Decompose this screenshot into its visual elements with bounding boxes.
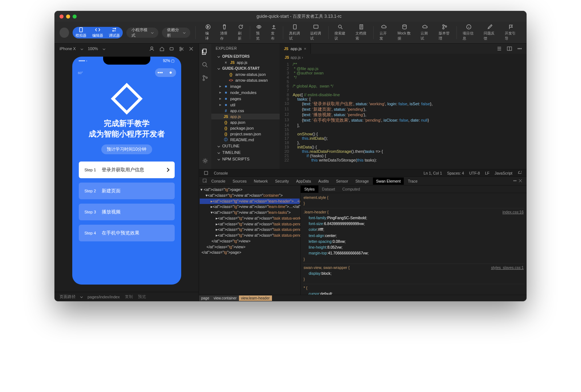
css-rule[interactable]: styles_slaves.css:1swan-view, swan-wrapp… xyxy=(303,264,524,284)
folder-item[interactable]: ▸■pages xyxy=(211,95,280,102)
indent[interactable]: Spaces: 4 xyxy=(447,171,464,175)
dom-node[interactable]: ▸<at">class="tg">view at">class="task st… xyxy=(200,233,300,238)
files-icon[interactable] xyxy=(202,49,208,55)
home-icon[interactable] xyxy=(159,46,164,51)
code-line[interactable]: 6/* global App, swan */ xyxy=(280,84,527,88)
source-link[interactable]: styles_slaves.css:1 xyxy=(491,265,524,270)
source-link[interactable]: index.css:16 xyxy=(503,209,524,215)
user-icon[interactable] xyxy=(150,46,154,51)
copy-link[interactable]: 复制 xyxy=(125,294,133,299)
project-root[interactable]: GUIDE-QUICK-START xyxy=(211,65,280,72)
code-line[interactable]: 4 */ xyxy=(280,75,527,79)
dom-node[interactable]: ▾<at">class="tg">view at">class="learn-t… xyxy=(200,210,300,216)
version-button[interactable]: 版本管理 xyxy=(434,24,455,41)
outline-section[interactable]: OUTLINE xyxy=(211,143,280,149)
gear-icon[interactable] xyxy=(202,158,208,164)
breadcrumb-item[interactable]: view.learn-header xyxy=(239,295,272,301)
dom-node[interactable]: </at">class="tg">view> xyxy=(200,238,300,244)
dataset-tab[interactable]: Dataset xyxy=(318,185,339,193)
dom-node[interactable]: ▸<at">class="tg">view at">class="learn-t… xyxy=(200,204,300,210)
panel-icon[interactable] xyxy=(204,171,208,175)
remote-debug-button[interactable]: 远程调试 xyxy=(306,24,327,41)
code-line[interactable]: 18 }, xyxy=(280,140,527,145)
computed-tab[interactable]: Computed xyxy=(339,185,363,193)
list-icon[interactable] xyxy=(497,46,502,51)
close-dot-icon[interactable] xyxy=(60,15,64,19)
timeline-section[interactable]: TIMELINE xyxy=(211,149,280,156)
devtools-tab[interactable]: AppData xyxy=(293,177,314,185)
dom-tree[interactable]: ▾ <at">class="tg">page> ▾<at">class="tg"… xyxy=(199,185,301,295)
zoom-dot-icon[interactable] xyxy=(73,15,77,19)
code-line[interactable]: 20 this.readDataFromStorage().then(tasks… xyxy=(280,149,527,154)
eol[interactable]: LF xyxy=(485,171,489,175)
code-line[interactable]: 12 {text: '播放视频', status: 'pending'}, xyxy=(280,112,527,118)
code-line[interactable]: 7 xyxy=(280,88,527,93)
console-link[interactable]: Console xyxy=(214,171,228,175)
feedback-button[interactable]: 问题反馈 xyxy=(479,24,500,41)
file-item[interactable]: {}package.json xyxy=(211,125,280,131)
task-item[interactable]: Step 2新建页面 xyxy=(79,183,175,199)
code-line[interactable]: 22 this writeDataToStorage(this tasks): xyxy=(280,158,527,162)
project-info-button[interactable]: 项目信息 xyxy=(458,24,479,41)
cloud-dev-button[interactable]: 云开发 xyxy=(375,24,393,41)
dom-node[interactable]: ▾ <at">class="tg">page> xyxy=(200,187,300,193)
file-item[interactable]: ⓘREADME.md xyxy=(211,137,280,143)
dom-node[interactable]: ▾<at">class="tg">view at">class="contain… xyxy=(200,193,300,199)
folder-item[interactable]: ▸■node_modules xyxy=(211,89,280,95)
language-mode[interactable]: JavaScript xyxy=(495,171,512,175)
styles-panel[interactable]: element.style {}index.css:16.learn-heade… xyxy=(301,193,527,295)
more-icon[interactable] xyxy=(517,46,522,51)
close-icon[interactable]: × xyxy=(304,46,306,51)
file-item[interactable]: {}arrow-status.json xyxy=(211,72,280,77)
code-line[interactable]: 10 {text: '登录并获取用户信息', status: 'working'… xyxy=(280,101,527,107)
compile-button[interactable]: 编译 xyxy=(201,24,216,41)
device-debug-button[interactable]: 真机调试 xyxy=(285,24,306,41)
cut-icon[interactable] xyxy=(179,46,184,51)
clear-cache-button[interactable]: 清缓存 xyxy=(216,24,233,41)
file-item[interactable]: {}app.json xyxy=(211,119,280,125)
devtools-tab[interactable]: Audits xyxy=(315,177,332,185)
code-line[interactable]: 14 ], xyxy=(280,123,527,127)
dom-node[interactable]: ▸<at">class="tg">view at">class="task st… xyxy=(200,227,300,233)
code-line[interactable]: 9 tasks: [ xyxy=(280,97,527,101)
devtools-tab[interactable]: Sources xyxy=(229,177,250,185)
source-control-icon[interactable] xyxy=(202,75,208,81)
open-editors-section[interactable]: OPEN EDITORS xyxy=(211,53,280,60)
cursor-pos[interactable]: Ln 1, Col 1 xyxy=(423,171,442,175)
device-select[interactable]: iPhone X xyxy=(60,46,76,51)
code-line[interactable]: 8App({ // eslint-disable-line xyxy=(280,93,527,97)
breadcrumb[interactable]: JSapp.js › xyxy=(280,54,527,61)
search-suggest-button[interactable]: 搜索建议 xyxy=(330,24,351,41)
dev-guide-button[interactable]: 开发引导 xyxy=(500,24,521,41)
task-item[interactable]: Step 3播放视频 xyxy=(79,204,175,220)
code-line[interactable]: 5 xyxy=(280,79,527,84)
devtools-tab[interactable]: Swan Element xyxy=(373,177,404,185)
task-item[interactable]: Step 1登录并获取用户信息 xyxy=(79,162,175,178)
devtools-tab[interactable]: Console xyxy=(208,177,229,185)
breadcrumb-item[interactable]: page xyxy=(199,295,211,301)
user-avatar[interactable] xyxy=(60,28,69,38)
minimize-dot-icon[interactable] xyxy=(66,15,70,19)
encoding[interactable]: UTF-8 xyxy=(469,171,480,175)
folder-item[interactable]: ▸■util xyxy=(211,102,280,108)
close-icon[interactable] xyxy=(189,46,194,51)
dependency-dropdown[interactable]: 依赖分析 xyxy=(162,28,190,38)
dom-node[interactable]: </at">class="tg">page> xyxy=(200,250,300,256)
devtools-tab[interactable]: Storage xyxy=(352,177,372,185)
preview-link[interactable]: 预览 xyxy=(138,294,146,299)
devtools-tab[interactable]: Trace xyxy=(405,177,420,185)
simulator-tab[interactable]: 模拟器 xyxy=(73,27,89,38)
publish-button[interactable]: 发布 xyxy=(267,24,281,41)
dom-node[interactable]: ▸<at">class="tg">view at">class="task st… xyxy=(200,221,300,227)
code-line[interactable]: 13 {text: '在手机中预览效果', status: 'pending',… xyxy=(280,118,527,123)
code-line[interactable]: 2 * @file app.js xyxy=(280,66,527,71)
refresh-button[interactable]: 刷新 xyxy=(233,24,248,41)
code-line[interactable]: 17 this.initData(); xyxy=(280,136,527,140)
zoom-select[interactable]: 100% xyxy=(88,46,98,51)
styles-tab[interactable]: Styles xyxy=(301,185,318,193)
devtools-tab[interactable]: Security xyxy=(272,177,292,185)
capsule-button[interactable] xyxy=(155,68,176,77)
editor-tab[interactable]: 编辑器 xyxy=(89,27,106,38)
rotate-icon[interactable] xyxy=(169,46,174,51)
code-line[interactable]: 21 if (!tasks) { xyxy=(280,154,527,158)
